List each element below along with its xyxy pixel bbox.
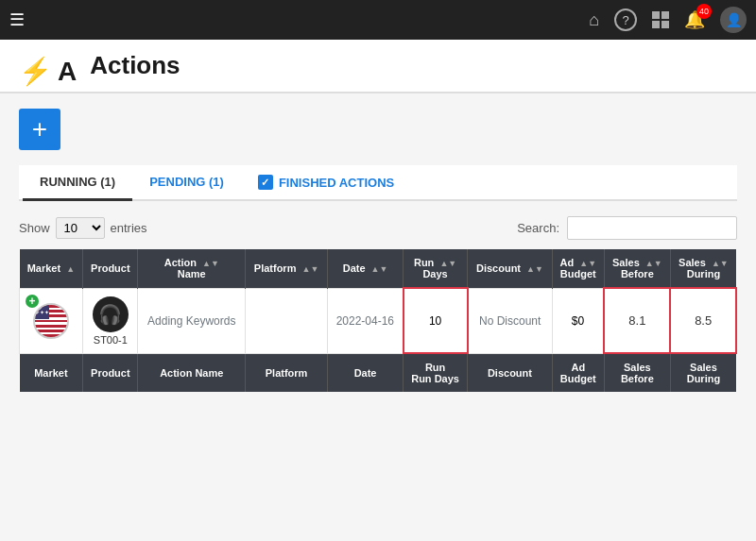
brand-letter: A bbox=[58, 57, 77, 87]
date-value: 2022-04-16 bbox=[336, 314, 394, 328]
col-sales-before[interactable]: Sales ▲▼Before bbox=[604, 249, 670, 288]
table-controls: Show 10 25 50 100 entries Search: bbox=[19, 216, 737, 240]
brand-bolt-icon: ⚡ bbox=[19, 59, 52, 85]
col-run-days[interactable]: Run ▲▼Days bbox=[404, 249, 468, 288]
discount-value: No Discount bbox=[479, 314, 541, 328]
action-name-text: Adding Keywords bbox=[147, 314, 235, 328]
help-icon[interactable]: ? bbox=[614, 8, 637, 31]
us-flag: ✦✦✦ bbox=[33, 303, 69, 339]
sales-before-cell: 8.1 bbox=[604, 288, 670, 353]
col-date[interactable]: Date ▲▼ bbox=[328, 249, 404, 288]
sales-during-cell: 8.5 bbox=[670, 288, 736, 353]
entries-control: Show 10 25 50 100 entries bbox=[19, 217, 147, 239]
show-label: Show bbox=[19, 221, 50, 235]
footer-market: Market bbox=[20, 353, 83, 392]
add-action-button[interactable]: + bbox=[19, 109, 60, 150]
top-navbar: ☰ ⌂ ? 🔔 40 👤 bbox=[0, 0, 756, 40]
nav-right: ⌂ ? 🔔 40 👤 bbox=[589, 7, 747, 33]
search-area: Search: bbox=[517, 216, 737, 240]
footer-platform: Platform bbox=[246, 353, 328, 392]
sales-during-value: 8.5 bbox=[695, 313, 712, 328]
col-ad-budget[interactable]: Ad ▲▼Budget bbox=[552, 249, 604, 288]
sort-run-icon: ▲▼ bbox=[439, 259, 456, 268]
run-days-value: 10 bbox=[429, 314, 441, 328]
footer-sales-during: SalesDuring bbox=[670, 353, 736, 392]
notification-badge: 40 bbox=[696, 4, 712, 19]
discount-cell: No Discount bbox=[468, 288, 553, 353]
sort-ad-icon: ▲▼ bbox=[579, 259, 596, 268]
ad-budget-value: $0 bbox=[572, 314, 584, 328]
actions-table: Market ▲ Product Action ▲▼Name Platform … bbox=[19, 249, 737, 392]
product-id: ST00-1 bbox=[89, 334, 131, 346]
market-cell: + ✦✦✦ bbox=[20, 288, 83, 353]
tab-finished-label: FINISHED ACTIONS bbox=[279, 176, 394, 190]
col-market[interactable]: Market ▲ bbox=[20, 249, 83, 288]
search-label: Search: bbox=[517, 221, 559, 235]
product-cell: 🎧 ST00-1 bbox=[83, 288, 138, 353]
brand-logo: ⚡ A bbox=[19, 57, 77, 87]
hamburger-icon[interactable]: ☰ bbox=[9, 9, 25, 30]
page-header: ⚡ A Actions bbox=[0, 40, 756, 93]
entries-select[interactable]: 10 25 50 100 bbox=[56, 217, 105, 239]
bell-icon[interactable]: 🔔 40 bbox=[684, 9, 705, 30]
footer-action-name: Action Name bbox=[138, 353, 246, 392]
footer-run-days: RunRun Days bbox=[404, 353, 468, 392]
sort-before-icon: ▲▼ bbox=[645, 259, 662, 268]
col-action-name[interactable]: Action ▲▼Name bbox=[138, 249, 246, 288]
footer-ad-budget: AdBudget bbox=[552, 353, 604, 392]
sort-during-icon: ▲▼ bbox=[712, 259, 729, 268]
tab-running[interactable]: RUNNING (1) bbox=[23, 165, 132, 201]
col-platform[interactable]: Platform ▲▼ bbox=[246, 249, 328, 288]
tab-finished[interactable]: ✓ FINISHED ACTIONS bbox=[241, 165, 411, 199]
col-sales-during[interactable]: Sales ▲▼During bbox=[670, 249, 736, 288]
nav-left: ☰ bbox=[9, 9, 25, 30]
table-row: + ✦✦✦ 🎧 ST00-1 Adding Keywords bbox=[20, 288, 737, 353]
product-image: 🎧 bbox=[93, 296, 129, 332]
date-cell: 2022-04-16 bbox=[328, 288, 404, 353]
col-discount[interactable]: Discount ▲▼ bbox=[468, 249, 553, 288]
footer-date: Date bbox=[328, 353, 404, 392]
footer-sales-before: SalesBefore bbox=[604, 353, 670, 392]
sort-market-icon: ▲ bbox=[66, 264, 75, 274]
sales-before-value: 8.1 bbox=[628, 313, 645, 328]
footer-discount: Discount bbox=[468, 353, 553, 392]
sort-platform-icon: ▲▼ bbox=[302, 264, 319, 274]
col-product[interactable]: Product bbox=[83, 249, 138, 288]
run-days-cell: 10 bbox=[404, 288, 468, 353]
home-icon[interactable]: ⌂ bbox=[589, 10, 599, 30]
search-input[interactable] bbox=[567, 216, 737, 240]
entries-label: entries bbox=[111, 221, 147, 235]
grid-icon[interactable] bbox=[652, 11, 669, 28]
footer-product: Product bbox=[83, 353, 138, 392]
tab-pending[interactable]: PENDING (1) bbox=[132, 165, 241, 201]
sort-action-icon: ▲▼ bbox=[202, 259, 219, 268]
ad-budget-cell: $0 bbox=[552, 288, 604, 353]
table-footer-row: Market Product Action Name Platform Date… bbox=[20, 353, 737, 392]
platform-cell bbox=[246, 288, 328, 353]
tab-bar: RUNNING (1) PENDING (1) ✓ FINISHED ACTIO… bbox=[19, 165, 737, 201]
headphone-icon: 🎧 bbox=[98, 303, 122, 326]
page-title: Actions bbox=[90, 51, 180, 92]
check-icon: ✓ bbox=[258, 175, 273, 190]
user-icon[interactable]: 👤 bbox=[720, 7, 747, 33]
sort-discount-icon: ▲▼ bbox=[526, 264, 543, 274]
table-header-row: Market ▲ Product Action ▲▼Name Platform … bbox=[20, 249, 737, 288]
main-content: + RUNNING (1) PENDING (1) ✓ FINISHED ACT… bbox=[0, 93, 756, 407]
sort-date-icon: ▲▼ bbox=[371, 264, 388, 274]
action-name-cell: Adding Keywords bbox=[138, 288, 246, 353]
